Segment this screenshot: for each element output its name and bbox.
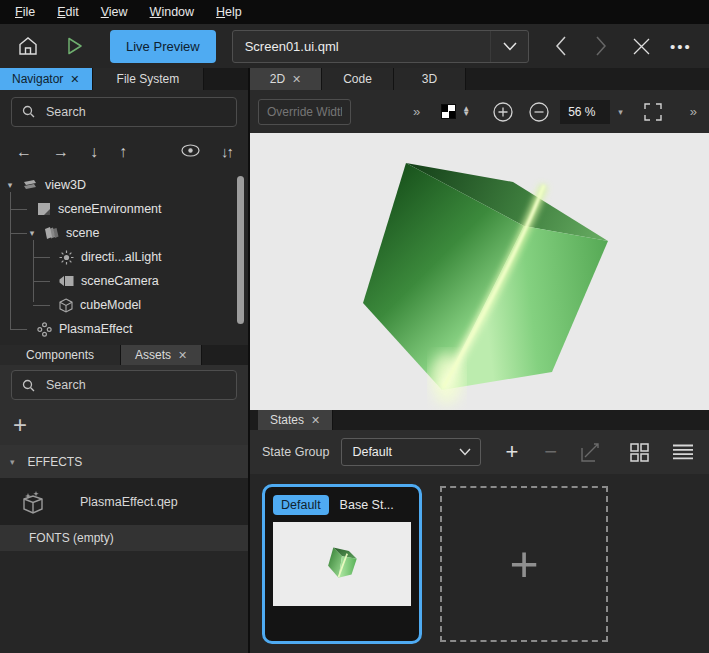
tree-item-view3d[interactable]: ▾ view3D bbox=[0, 173, 248, 197]
close-icon[interactable]: ✕ bbox=[292, 73, 301, 86]
fonts-section-label: FONTS (empty) bbox=[29, 531, 114, 545]
navigator-toolbar: ← → ↓ ↑ ↓↑ bbox=[0, 133, 248, 170]
live-preview-button[interactable]: Live Preview bbox=[110, 30, 216, 63]
assets-search-box bbox=[11, 370, 237, 400]
tree-item-label: view3D bbox=[45, 178, 86, 192]
close-icon[interactable]: ✕ bbox=[70, 73, 79, 86]
zoom-in-button[interactable] bbox=[492, 101, 514, 123]
menu-window[interactable]: Window bbox=[139, 5, 205, 19]
tab-navigator[interactable]: Navigator ✕ bbox=[0, 68, 93, 90]
file-selector-dropdown-button[interactable] bbox=[490, 31, 528, 62]
navigator-search-row bbox=[0, 90, 248, 133]
fonts-section-header[interactable]: FONTS (empty) bbox=[0, 525, 248, 551]
add-state-button[interactable]: + bbox=[505, 439, 518, 465]
tab-2d[interactable]: 2D ✕ bbox=[250, 68, 322, 90]
expander-icon[interactable]: ▾ bbox=[5, 180, 15, 190]
form-editor-toolbar: » ▲ ▼ ▾ » bbox=[250, 90, 709, 133]
tree-item-label: PlasmaEffect bbox=[59, 322, 132, 336]
pattern-stepper[interactable]: ▲ ▼ bbox=[462, 107, 470, 116]
tree-item-scene[interactable]: ▾ scene bbox=[0, 221, 248, 245]
tab-code-label: Code bbox=[343, 72, 372, 86]
state-group-select[interactable]: Default bbox=[341, 438, 481, 466]
search-icon bbox=[22, 105, 35, 118]
zoom-level-input[interactable] bbox=[560, 100, 610, 124]
visibility-toggle-button[interactable] bbox=[181, 143, 200, 161]
close-document-button[interactable] bbox=[625, 30, 657, 62]
tab-assets[interactable]: Assets ✕ bbox=[121, 345, 202, 365]
move-down-button[interactable]: ↓ bbox=[90, 143, 98, 161]
tab-states[interactable]: States ✕ bbox=[258, 410, 333, 430]
navigator-search-box bbox=[11, 97, 237, 127]
effects-section-header[interactable]: ▾ EFFECTS bbox=[0, 445, 248, 478]
tab-3d[interactable]: 3D bbox=[394, 68, 466, 90]
open-file-selector[interactable]: Screen01.ui.qml bbox=[232, 30, 529, 63]
tree-item-cube-model[interactable]: cubeModel bbox=[0, 293, 248, 317]
chevron-down-icon bbox=[459, 448, 471, 456]
menu-edit[interactable]: Edit bbox=[46, 5, 90, 19]
tree-item-scene-environment[interactable]: sceneEnvironment bbox=[0, 197, 248, 221]
tab-code[interactable]: Code bbox=[322, 68, 394, 90]
view3d-icon bbox=[22, 178, 38, 192]
navigator-search-input[interactable] bbox=[44, 104, 226, 120]
back-button[interactable] bbox=[545, 30, 577, 62]
state-thumbnail-cube bbox=[316, 538, 368, 590]
background-pattern-icon[interactable] bbox=[442, 105, 455, 118]
design-canvas[interactable] bbox=[250, 133, 709, 410]
chevron-left-icon bbox=[555, 36, 567, 56]
close-icon[interactable]: ✕ bbox=[178, 349, 187, 362]
expander-icon[interactable]: ▾ bbox=[27, 228, 37, 238]
assets-search-input[interactable] bbox=[44, 377, 226, 393]
default-state-badge[interactable]: Default bbox=[273, 495, 329, 515]
zoom-dropdown-button[interactable]: ▾ bbox=[618, 107, 623, 117]
tab-components[interactable]: Components bbox=[0, 345, 121, 365]
close-icon[interactable]: ✕ bbox=[311, 414, 320, 427]
tree-item-label: directi...alLight bbox=[81, 250, 162, 264]
move-right-button[interactable]: → bbox=[53, 143, 69, 161]
remove-state-button[interactable]: − bbox=[544, 439, 557, 465]
override-width-input[interactable] bbox=[258, 99, 351, 125]
menu-file[interactable]: File bbox=[4, 5, 46, 19]
state-group-value: Default bbox=[342, 445, 459, 459]
navigator-tab-bar: Navigator ✕ File System bbox=[0, 68, 248, 90]
states-toolbar: State Group Default + − bbox=[250, 430, 709, 474]
move-left-button[interactable]: ← bbox=[16, 143, 32, 161]
state-card-base[interactable]: Default Base St... bbox=[262, 484, 422, 644]
list-view-button[interactable] bbox=[673, 444, 693, 460]
tab-3d-label: 3D bbox=[422, 72, 437, 86]
navigator-tree: ▾ view3D sceneEnvironment ▾ scene direct… bbox=[0, 170, 248, 345]
sort-order-button[interactable]: ↓↑ bbox=[221, 143, 232, 160]
grid-view-button[interactable] bbox=[630, 443, 649, 462]
toolbar-overflow-right[interactable]: » bbox=[690, 104, 697, 119]
forward-button[interactable] bbox=[585, 30, 617, 62]
zoom-out-button[interactable] bbox=[528, 101, 550, 123]
tree-item-plasma-effect[interactable]: PlasmaEffect bbox=[0, 317, 248, 341]
home-button[interactable] bbox=[12, 30, 44, 62]
edit-state-button[interactable] bbox=[581, 443, 600, 462]
more-options-button[interactable]: ••• bbox=[665, 30, 697, 62]
tree-item-scene-camera[interactable]: sceneCamera bbox=[0, 269, 248, 293]
tree-scrollbar[interactable] bbox=[237, 176, 244, 324]
add-asset-row: + bbox=[0, 405, 248, 445]
run-project-button[interactable] bbox=[58, 30, 90, 62]
effects-section-label: EFFECTS bbox=[28, 455, 83, 469]
state-card-header: Default Base St... bbox=[273, 495, 411, 515]
move-up-button[interactable]: ↑ bbox=[119, 143, 127, 161]
tab-navigator-label: Navigator bbox=[12, 72, 63, 86]
menu-view[interactable]: View bbox=[90, 5, 139, 19]
tree-item-directional-light[interactable]: directi...alLight bbox=[0, 245, 248, 269]
fit-to-screen-button[interactable] bbox=[643, 102, 663, 122]
eye-icon bbox=[181, 144, 200, 157]
top-toolbar: Live Preview Screen01.ui.qml ••• bbox=[0, 24, 709, 68]
right-panel: 2D ✕ Code 3D » ▲ ▼ bbox=[250, 68, 709, 653]
menu-help[interactable]: Help bbox=[205, 5, 253, 19]
play-icon bbox=[63, 35, 85, 57]
state-thumbnail bbox=[273, 522, 411, 606]
tab-file-system[interactable]: File System bbox=[93, 68, 205, 90]
left-panel: Navigator ✕ File System ← → ↓ ↑ bbox=[0, 68, 250, 653]
home-icon bbox=[17, 35, 39, 57]
add-asset-button[interactable]: + bbox=[13, 413, 27, 437]
toolbar-overflow-left[interactable]: » bbox=[413, 104, 420, 119]
history-nav-group: ••• bbox=[545, 30, 697, 62]
add-state-card[interactable]: + bbox=[440, 486, 608, 642]
asset-item-plasma-effect[interactable]: PlasmaEffect.qep bbox=[0, 478, 248, 525]
